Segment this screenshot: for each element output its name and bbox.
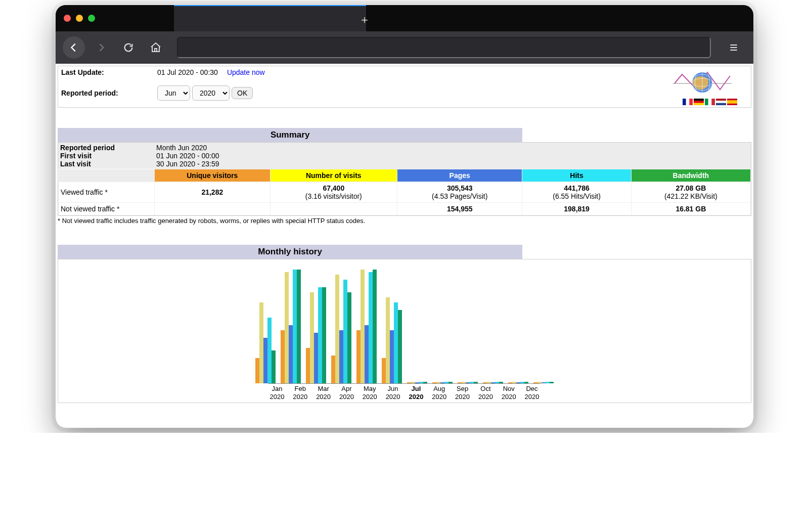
bar-unique-visitors — [483, 382, 487, 383]
home-button[interactable] — [145, 36, 167, 59]
flag-italy-icon — [705, 99, 715, 105]
bar-unique-visitors — [331, 356, 335, 383]
svg-rect-12 — [711, 99, 715, 105]
svg-rect-13 — [716, 99, 726, 101]
bar-number-of-visits — [386, 297, 390, 383]
viewed-hits: 441,786 — [564, 184, 590, 192]
notviewed-bandwidth: 16.81 GB — [676, 205, 706, 213]
month-group — [382, 297, 402, 383]
bar-hits — [267, 318, 272, 383]
bar-bandwidth — [322, 287, 326, 383]
viewed-bandwidth: 27.08 GB — [676, 184, 706, 192]
month-group — [356, 270, 377, 383]
svg-rect-8 — [694, 101, 704, 103]
month-group — [483, 382, 503, 383]
bar-unique-visitors — [407, 382, 411, 383]
month-select[interactable]: Jun — [157, 85, 190, 101]
viewed-unique: 21,282 — [201, 188, 223, 196]
bar-unique-visitors — [306, 348, 310, 383]
bar-pages — [390, 330, 394, 383]
minimize-window-button[interactable] — [76, 15, 83, 22]
month-group — [458, 382, 478, 383]
xlabel: Mar2020 — [314, 385, 333, 401]
col-unique: Unique visitors — [155, 169, 271, 182]
bar-unique-visitors — [281, 330, 285, 383]
notviewed-hits: 198,819 — [564, 205, 590, 213]
col-hits: Hits — [522, 169, 631, 182]
bar-pages — [339, 330, 343, 383]
bar-unique-visitors — [432, 382, 436, 383]
col-visits: Number of visits — [270, 169, 397, 182]
bar-hits — [470, 382, 474, 383]
close-window-button[interactable] — [64, 15, 71, 22]
maximize-window-button[interactable] — [88, 15, 95, 22]
bar-pages — [542, 382, 546, 383]
bar-pages — [289, 325, 293, 383]
bar-number-of-visits — [285, 272, 289, 383]
bar-bandwidth — [524, 382, 528, 383]
url-bar[interactable] — [177, 37, 711, 58]
bar-unique-visitors — [356, 330, 361, 383]
year-select[interactable]: 2020 — [192, 85, 230, 101]
month-group — [306, 287, 326, 383]
notviewed-pages: 154,955 — [447, 205, 473, 213]
col-bandwidth: Bandwidth — [631, 169, 750, 182]
forward-button[interactable] — [90, 36, 112, 59]
month-group — [508, 382, 528, 383]
bar-pages — [314, 333, 318, 383]
xlabel: Apr2020 — [338, 385, 356, 401]
bar-hits — [495, 382, 499, 383]
bar-hits — [318, 287, 322, 383]
monthly-header: Monthly history — [58, 245, 522, 259]
tab-bar: ＋ — [56, 5, 753, 31]
bar-pages — [516, 382, 520, 383]
bar-number-of-visits — [512, 382, 516, 383]
flag-france-icon — [683, 99, 693, 105]
col-pages: Pages — [397, 169, 522, 182]
bar-number-of-visits — [361, 270, 365, 383]
xlabel: Nov2020 — [500, 385, 518, 401]
footnote: * Not viewed traffic includes traffic ge… — [58, 217, 751, 225]
notviewed-label: Not viewed traffic * — [59, 203, 155, 215]
bar-hits — [369, 272, 373, 383]
summary-box: Reported periodMonth Jun 2020 First visi… — [58, 142, 751, 216]
bar-number-of-visits — [537, 382, 542, 383]
svg-rect-6 — [689, 99, 693, 105]
bar-bandwidth — [550, 382, 554, 383]
back-button[interactable] — [63, 36, 85, 59]
bar-hits — [293, 270, 297, 383]
month-group — [533, 382, 554, 383]
bar-unique-visitors — [533, 382, 537, 383]
window-controls — [64, 15, 95, 22]
bar-hits — [343, 280, 347, 383]
bar-bandwidth — [398, 310, 402, 383]
reload-button[interactable] — [117, 36, 140, 59]
browser-tab[interactable]: ＋ — [174, 5, 366, 31]
bar-bandwidth — [272, 350, 276, 383]
chart-xlabels: Jan2020Feb2020Mar2020Apr2020May2020Jun20… — [268, 385, 541, 401]
bar-pages — [466, 382, 470, 383]
xlabel: Jun2020 — [384, 385, 402, 401]
sum-last-visit-label: Last visit — [60, 160, 156, 168]
bar-unique-visitors — [255, 358, 259, 383]
bar-pages — [440, 382, 444, 383]
last-update-label: Last Update: — [61, 68, 157, 76]
last-update-value: 01 Jul 2020 - 00:30 — [157, 68, 218, 76]
update-now-link[interactable]: Update now — [227, 68, 265, 76]
plus-icon[interactable]: ＋ — [359, 12, 370, 27]
bar-bandwidth — [347, 292, 351, 383]
flag-germany-icon — [694, 99, 704, 105]
flag-netherlands-icon — [716, 99, 726, 105]
flag-row — [672, 99, 748, 105]
xlabel: Jan2020 — [268, 385, 286, 401]
bar-number-of-visits — [259, 302, 263, 383]
bar-bandwidth — [297, 270, 301, 383]
menu-button[interactable] — [723, 36, 745, 59]
nav-bar — [56, 31, 753, 64]
summary-header: Summary — [58, 128, 522, 142]
svg-rect-5 — [683, 99, 686, 105]
ok-button[interactable]: OK — [232, 87, 253, 99]
reported-period-label: Reported period: — [61, 89, 157, 97]
bar-bandwidth — [499, 382, 503, 383]
bar-number-of-visits — [310, 292, 314, 383]
